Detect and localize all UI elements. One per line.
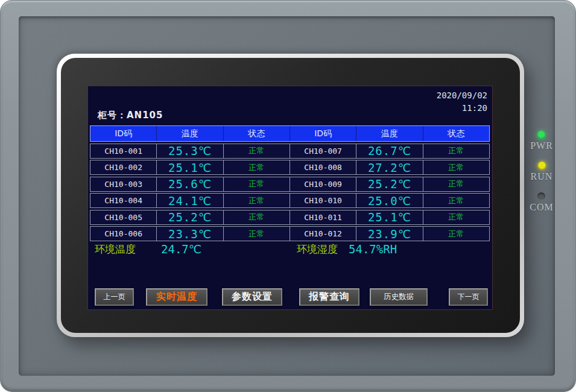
env-temp-value: 24.7℃ (161, 242, 201, 256)
temp-cell: 25.6℃ (157, 177, 223, 192)
temp-cell: 23.3℃ (157, 226, 223, 241)
temp-cell: 27.2℃ (356, 160, 423, 175)
id-cell: CH10-012 (290, 226, 356, 241)
temp-cell: 25.1℃ (356, 210, 423, 225)
time-text: 11:20 (437, 102, 487, 115)
history-data-button[interactable]: 历史数据 (370, 288, 428, 306)
led-panel: PWR RUN COM (524, 131, 559, 215)
header-temp-2: 温度 (356, 126, 422, 141)
status-cell: 正常 (224, 177, 290, 192)
led-pwr: PWR (530, 131, 553, 154)
status-cell: 正常 (423, 226, 490, 241)
header-id-2: ID码 (290, 126, 356, 141)
device-outer-frame: 2020/09/02 11:20 柜号：AN105 ID码 温度 状态 ID码 … (0, 0, 576, 392)
temp-cell: 26.7℃ (356, 144, 423, 159)
pwr-led-label: PWR (530, 141, 553, 151)
cabinet-label: 柜号：AN105 (98, 110, 163, 121)
table-row: CH10-00525.2℃正常CH10-01125.1℃正常 (90, 210, 490, 225)
parameter-settings-button[interactable]: 参数设置 (222, 288, 282, 306)
id-cell: CH10-009 (290, 177, 356, 192)
env-temp-label: 环境温度 (95, 242, 136, 256)
datetime-block: 2020/09/02 11:20 (437, 89, 487, 115)
env-humidity-value: 54.7%RH (349, 242, 397, 256)
status-cell: 正常 (423, 177, 490, 192)
id-cell: CH10-003 (90, 177, 157, 192)
status-cell: 正常 (423, 144, 490, 159)
screen-bezel: 2020/09/02 11:20 柜号：AN105 ID码 温度 状态 ID码 … (61, 58, 520, 333)
status-cell: 正常 (423, 160, 490, 175)
table-row: CH10-00125.3℃正常CH10-00726.7℃正常 (90, 144, 490, 159)
id-cell: CH10-011 (290, 210, 356, 225)
table-row: CH10-00225.1℃正常CH10-00827.2℃正常 (90, 160, 490, 175)
header-status-1: 状态 (223, 126, 290, 141)
led-com: COM (530, 192, 553, 215)
channel-table: ID码 温度 状态 ID码 温度 状态 CH10-00125.3℃正常CH10-… (90, 125, 490, 241)
run-led-icon (538, 162, 546, 169)
env-humidity-label: 环境湿度 (297, 242, 338, 256)
run-led-label: RUN (531, 171, 553, 182)
header-temp-1: 温度 (156, 126, 223, 141)
temp-cell: 24.1℃ (157, 193, 223, 208)
temp-cell: 25.3℃ (157, 144, 223, 159)
temp-cell: 25.2℃ (356, 177, 423, 192)
id-cell: CH10-007 (290, 144, 356, 159)
temp-cell: 25.0℃ (356, 193, 423, 208)
header-id-1: ID码 (90, 126, 156, 141)
id-cell: CH10-008 (290, 160, 356, 175)
status-cell: 正常 (224, 210, 290, 225)
realtime-temp-button[interactable]: 实时温度 (146, 288, 207, 306)
id-cell: CH10-005 (90, 210, 157, 225)
table-header-row: ID码 温度 状态 ID码 温度 状态 (90, 125, 490, 142)
pwr-led-icon (537, 131, 545, 139)
id-cell: CH10-010 (290, 193, 356, 208)
table-row: CH10-00325.6℃正常CH10-00925.2℃正常 (90, 177, 490, 192)
lcd-display: 2020/09/02 11:20 柜号：AN105 ID码 温度 状态 ID码 … (87, 86, 493, 310)
hmi-device: 2020/09/02 11:20 柜号：AN105 ID码 温度 状态 ID码 … (0, 0, 576, 392)
temp-cell: 23.9℃ (356, 226, 423, 241)
com-led-icon (537, 192, 545, 200)
temp-cell: 25.2℃ (157, 210, 223, 225)
environment-row: 环境温度 24.7℃ 环境湿度 54.7%RH (88, 242, 492, 257)
id-cell: CH10-006 (90, 226, 157, 241)
status-cell: 正常 (224, 226, 290, 241)
prev-page-button[interactable]: 上一页 (95, 288, 134, 306)
status-cell: 正常 (224, 160, 290, 175)
status-cell: 正常 (224, 144, 290, 159)
table-body: CH10-00125.3℃正常CH10-00726.7℃正常CH10-00225… (90, 144, 490, 242)
header-status-2: 状态 (423, 126, 489, 141)
temp-cell: 25.1℃ (157, 160, 223, 175)
device-inner-panel: 2020/09/02 11:20 柜号：AN105 ID码 温度 状态 ID码 … (19, 16, 555, 376)
status-cell: 正常 (224, 193, 290, 208)
id-cell: CH10-004 (90, 193, 157, 208)
status-cell: 正常 (423, 193, 490, 208)
alarm-query-button[interactable]: 报警查询 (299, 288, 359, 306)
id-cell: CH10-001 (90, 144, 157, 159)
com-led-label: COM (530, 202, 553, 213)
screen-module: 2020/09/02 11:20 柜号：AN105 ID码 温度 状态 ID码 … (57, 54, 524, 337)
led-run: RUN (531, 162, 553, 185)
id-cell: CH10-002 (90, 160, 157, 175)
status-cell: 正常 (423, 210, 490, 225)
table-row: CH10-00623.3℃正常CH10-01223.9℃正常 (90, 226, 490, 241)
next-page-button[interactable]: 下一页 (449, 288, 488, 306)
table-row: CH10-00424.1℃正常CH10-01025.0℃正常 (90, 193, 490, 208)
date-text: 2020/09/02 (437, 89, 487, 102)
